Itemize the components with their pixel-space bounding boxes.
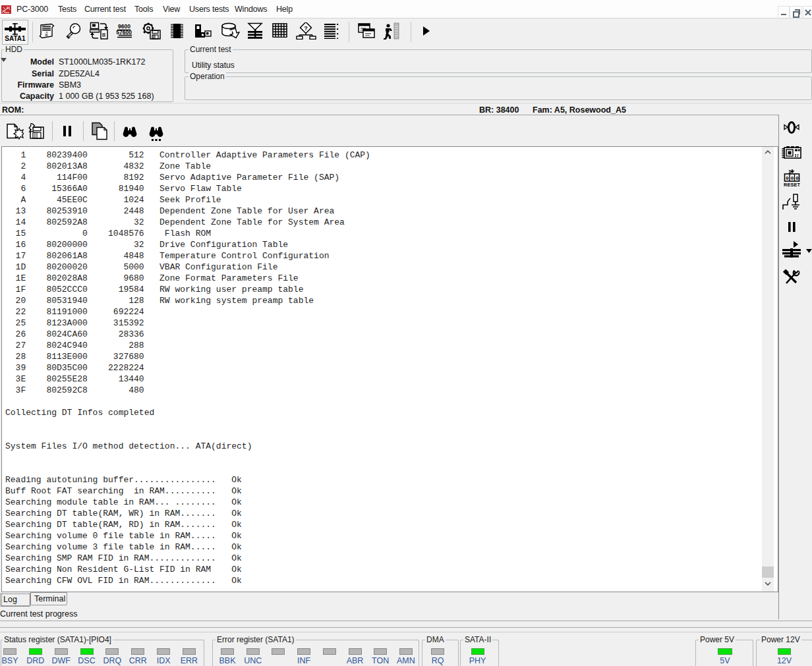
svg-text:0: 0 — [796, 175, 799, 181]
svg-text:RESET: RESET — [784, 182, 800, 188]
svg-text:?: ? — [304, 25, 308, 32]
svg-text:0: 0 — [786, 175, 789, 181]
svg-text:0: 0 — [790, 175, 794, 181]
